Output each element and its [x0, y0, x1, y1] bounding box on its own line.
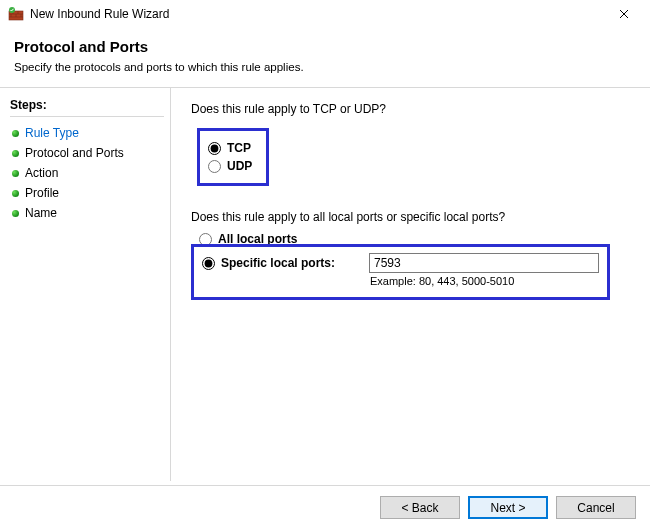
close-icon: [619, 6, 629, 22]
step-bullet-icon: [12, 190, 19, 197]
titlebar: New Inbound Rule Wizard: [0, 0, 650, 28]
protocol-question: Does this rule apply to TCP or UDP?: [191, 102, 632, 116]
next-button[interactable]: Next >: [468, 496, 548, 519]
steps-heading: Steps:: [10, 98, 164, 117]
radio-specific-ports-label: Specific local ports:: [221, 256, 361, 270]
protocol-group: TCP UDP: [197, 128, 269, 186]
step-label: Protocol and Ports: [25, 146, 124, 160]
wizard-content: Does this rule apply to TCP or UDP? TCP …: [170, 88, 650, 481]
step-profile[interactable]: Profile: [10, 183, 164, 203]
radio-tcp-input[interactable]: [208, 142, 221, 155]
window-title: New Inbound Rule Wizard: [30, 7, 604, 21]
radio-specific-local-ports[interactable]: Specific local ports:: [202, 254, 361, 272]
wizard-header: Protocol and Ports Specify the protocols…: [0, 28, 650, 88]
radio-udp-label: UDP: [227, 159, 252, 173]
step-label: Profile: [25, 186, 59, 200]
wizard-footer: < Back Next > Cancel: [0, 485, 650, 529]
step-label: Rule Type: [25, 126, 79, 140]
page-title: Protocol and Ports: [14, 38, 636, 55]
radio-specific-ports-input[interactable]: [202, 257, 215, 270]
specific-ports-input[interactable]: [369, 253, 599, 273]
step-rule-type[interactable]: Rule Type: [10, 123, 164, 143]
close-button[interactable]: [604, 2, 644, 26]
radio-udp-input[interactable]: [208, 160, 221, 173]
step-label: Action: [25, 166, 58, 180]
step-bullet-icon: [12, 150, 19, 157]
radio-tcp-label: TCP: [227, 141, 251, 155]
step-name[interactable]: Name: [10, 203, 164, 223]
firewall-icon: [8, 6, 24, 22]
step-action[interactable]: Action: [10, 163, 164, 183]
ports-example-text: Example: 80, 443, 5000-5010: [370, 275, 599, 287]
step-label: Name: [25, 206, 57, 220]
radio-udp[interactable]: UDP: [208, 157, 252, 175]
page-subtitle: Specify the protocols and ports to which…: [14, 61, 636, 73]
radio-tcp[interactable]: TCP: [208, 139, 252, 157]
step-bullet-icon: [12, 130, 19, 137]
specific-ports-group: Specific local ports: Example: 80, 443, …: [191, 244, 610, 300]
step-bullet-icon: [12, 210, 19, 217]
step-protocol-and-ports[interactable]: Protocol and Ports: [10, 143, 164, 163]
cancel-button[interactable]: Cancel: [556, 496, 636, 519]
back-button[interactable]: < Back: [380, 496, 460, 519]
steps-sidebar: Steps: Rule Type Protocol and Ports Acti…: [0, 88, 170, 481]
step-bullet-icon: [12, 170, 19, 177]
ports-question: Does this rule apply to all local ports …: [191, 210, 632, 224]
